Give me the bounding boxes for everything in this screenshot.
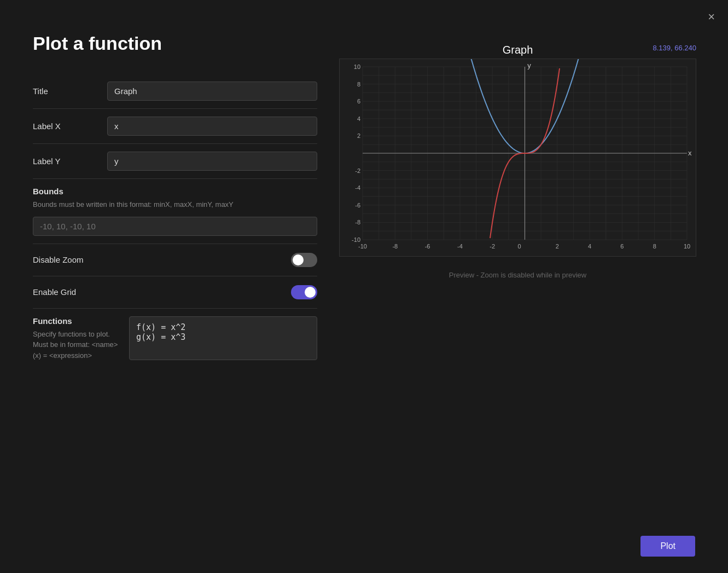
functions-section: Functions Specify functions to plot. Mus…	[33, 309, 317, 369]
enable-grid-knob	[305, 287, 316, 298]
graph-title: Graph	[339, 44, 696, 56]
bounds-input[interactable]	[33, 217, 317, 236]
bounds-section: Bounds Bounds must be written in this fo…	[33, 179, 317, 244]
bottom-bar: Plot	[640, 536, 695, 557]
enable-grid-toggle[interactable]	[291, 285, 317, 299]
right-panel: Graph 8.139, 66.240 Preview - Zoom is di…	[339, 33, 696, 557]
label-x-field-row: Label X	[33, 109, 317, 144]
close-button[interactable]: ×	[708, 10, 715, 24]
functions-label-block: Functions Specify functions to plot. Mus…	[33, 316, 120, 361]
disable-zoom-toggle[interactable]	[291, 253, 317, 267]
label-x-label: Label X	[33, 121, 98, 131]
enable-grid-row: Enable Grid	[33, 276, 317, 309]
functions-title: Functions	[33, 316, 120, 326]
label-y-field-row: Label Y	[33, 144, 317, 179]
title-label: Title	[33, 86, 98, 96]
bounds-desc: Bounds must be written in this format: m…	[33, 199, 317, 210]
title-field-row: Title	[33, 74, 317, 109]
page-title: Plot a function	[33, 33, 317, 54]
plot-button[interactable]: Plot	[640, 536, 695, 557]
graph-canvas-wrapper	[339, 59, 696, 267]
label-x-input[interactable]	[107, 117, 317, 136]
graph-canvas	[339, 59, 696, 257]
label-y-input[interactable]	[107, 152, 317, 171]
enable-grid-label: Enable Grid	[33, 287, 76, 297]
graph-coords: 8.139, 66.240	[653, 44, 696, 52]
title-input[interactable]	[107, 82, 317, 101]
functions-desc: Specify functions to plot. Must be in fo…	[33, 329, 120, 361]
graph-area: Graph 8.139, 66.240 Preview - Zoom is di…	[339, 44, 696, 557]
label-y-label: Label Y	[33, 157, 98, 166]
disable-zoom-row: Disable Zoom	[33, 244, 317, 276]
functions-textarea[interactable]: f(x) = x^2 g(x) = x^3	[129, 316, 317, 360]
disable-zoom-knob	[293, 254, 304, 265]
disable-zoom-label: Disable Zoom	[33, 255, 84, 264]
preview-text: Preview - Zoom is disabled while in prev…	[339, 271, 696, 279]
bounds-title: Bounds	[33, 187, 317, 196]
left-panel: Plot a function Title Label X Label Y Bo…	[33, 33, 317, 557]
